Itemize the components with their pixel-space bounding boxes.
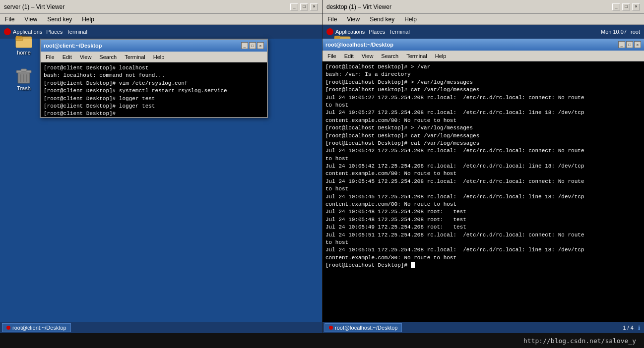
right-menu-file[interactable]: File bbox=[324, 15, 340, 24]
left-taskbar-label: root@client:~/Desktop bbox=[12, 325, 66, 331]
right-menu-sendkey[interactable]: Send key bbox=[367, 15, 397, 24]
right-term-menu-file[interactable]: File bbox=[324, 52, 339, 60]
home-icon-label: home bbox=[17, 50, 31, 56]
right-terminal-title-buttons: _ □ × bbox=[618, 41, 641, 48]
right-menu-view[interactable]: View bbox=[344, 15, 363, 24]
right-maximize-button[interactable]: □ bbox=[622, 3, 630, 10]
watermark-bar: http://blog.csdn.net/salove_y bbox=[0, 333, 644, 348]
left-title-text: server (1) – Virt Viewer bbox=[4, 3, 64, 10]
right-taskbar-item[interactable]: root@localhost:~/Desktop bbox=[324, 323, 402, 332]
right-taskbar-label: root@localhost:~/Desktop bbox=[335, 325, 397, 331]
right-virt-menu: File View Send key Help bbox=[322, 14, 644, 25]
right-close-button[interactable]: × bbox=[632, 3, 640, 10]
svg-marker-4 bbox=[18, 34, 30, 37]
left-top-panel: Applications Places Terminal bbox=[0, 25, 322, 39]
right-terminal-minimize[interactable]: _ bbox=[618, 41, 625, 48]
terminal-close[interactable]: × bbox=[257, 42, 264, 49]
right-title-buttons: _ □ × bbox=[612, 3, 640, 10]
term-menu-search[interactable]: Search bbox=[96, 53, 120, 61]
svg-rect-7 bbox=[21, 69, 27, 71]
left-terminal-title: root@client:~/Desktop bbox=[44, 43, 102, 49]
term-menu-terminal[interactable]: Terminal bbox=[122, 53, 148, 61]
left-terminal-menubar: File Edit View Search Terminal Help bbox=[41, 52, 267, 62]
left-desktop: Applications Places Terminal bbox=[0, 25, 322, 333]
maximize-button[interactable]: □ bbox=[300, 3, 308, 10]
left-virt-menu: File View Send key Help bbox=[0, 14, 322, 25]
left-virt-viewer: server (1) – Virt Viewer _ □ × File View… bbox=[0, 0, 322, 333]
trash-icon[interactable]: Trash bbox=[8, 65, 40, 91]
right-desktop: Applications Places Terminal Mon 10:07 r… bbox=[322, 25, 644, 333]
left-taskbar: root@client:~/Desktop bbox=[0, 322, 322, 333]
left-menu-file[interactable]: File bbox=[2, 15, 17, 24]
right-term-menu-view[interactable]: View bbox=[359, 52, 377, 60]
right-terminal-area: root@localhost:~/Desktop _ □ × File Edit… bbox=[322, 39, 644, 322]
term-menu-view[interactable]: View bbox=[77, 53, 95, 61]
terminal-maximize[interactable]: □ bbox=[249, 42, 256, 49]
right-taskbar-info-icon: ℹ bbox=[638, 325, 640, 331]
right-menu-help[interactable]: Help bbox=[401, 15, 420, 24]
right-panel-user: root bbox=[631, 29, 640, 35]
left-menu-view[interactable]: View bbox=[21, 15, 40, 24]
right-terminal-maximize[interactable]: □ bbox=[626, 41, 633, 48]
right-taskbar-indicator bbox=[329, 326, 333, 330]
left-panel-places[interactable]: Places bbox=[46, 29, 63, 35]
left-terminal-content[interactable]: [root@client Desktop]# localhost bash: l… bbox=[41, 62, 267, 117]
left-menu-help[interactable]: Help bbox=[79, 15, 97, 24]
right-minimize-button[interactable]: _ bbox=[612, 3, 620, 10]
term-menu-file[interactable]: File bbox=[43, 53, 58, 61]
trash-svg bbox=[14, 65, 34, 85]
right-virt-viewer: desktop (1) – Virt Viewer _ □ × File Vie… bbox=[322, 0, 644, 333]
right-terminal-content[interactable]: [root@localhost Desktop]# > /var bash: /… bbox=[322, 61, 644, 322]
home-folder-svg bbox=[14, 30, 34, 50]
right-panel-places[interactable]: Places bbox=[369, 29, 385, 35]
left-terminal-titlebar: root@client:~/Desktop _ □ × bbox=[41, 40, 267, 52]
left-desktop-icons: home Trash bbox=[8, 30, 40, 91]
right-term-menu-terminal[interactable]: Terminal bbox=[403, 52, 430, 60]
left-taskbar-item[interactable]: root@client:~/Desktop bbox=[2, 323, 71, 332]
right-terminal-close[interactable]: × bbox=[634, 41, 641, 48]
left-menu-sendkey[interactable]: Send key bbox=[44, 15, 75, 24]
watermark-text: http://blog.csdn.net/salove_y bbox=[523, 337, 636, 345]
left-terminal-window: root@client:~/Desktop _ □ × File Edit Vi… bbox=[40, 39, 268, 118]
right-terminal-titlebar: root@localhost:~/Desktop _ □ × bbox=[322, 39, 644, 51]
term-menu-help[interactable]: Help bbox=[150, 53, 168, 61]
right-term-menu-edit[interactable]: Edit bbox=[341, 52, 357, 60]
term-menu-edit[interactable]: Edit bbox=[60, 53, 75, 61]
right-taskbar-page: 1 / 4 ℹ bbox=[623, 325, 642, 331]
home-icon[interactable]: home bbox=[8, 30, 40, 56]
right-panel-clock: Mon 10:07 bbox=[601, 29, 627, 35]
right-terminal-title: root@localhost:~/Desktop bbox=[325, 42, 393, 48]
left-title-buttons: _ □ × bbox=[290, 3, 318, 10]
right-term-menu-help[interactable]: Help bbox=[432, 52, 450, 60]
right-title-text: desktop (1) – Virt Viewer bbox=[326, 3, 391, 10]
right-title-bar: desktop (1) – Virt Viewer _ □ × bbox=[322, 0, 644, 14]
left-title-bar: server (1) – Virt Viewer _ □ × bbox=[0, 0, 322, 14]
trash-icon-label: Trash bbox=[17, 85, 31, 91]
right-top-panel: Applications Places Terminal Mon 10:07 r… bbox=[322, 25, 644, 39]
left-taskbar-indicator bbox=[6, 326, 10, 330]
terminal-cursor bbox=[411, 262, 415, 268]
left-panel-terminal[interactable]: Terminal bbox=[66, 29, 87, 35]
left-terminal-title-buttons: _ □ × bbox=[241, 42, 264, 49]
minimize-button[interactable]: _ bbox=[290, 3, 298, 10]
right-panel-right: Mon 10:07 root bbox=[601, 29, 640, 35]
right-taskbar: root@localhost:~/Desktop 1 / 4 ℹ bbox=[322, 322, 644, 333]
right-terminal-menubar: File Edit View Search Terminal Help bbox=[322, 51, 644, 61]
close-button[interactable]: × bbox=[310, 3, 318, 10]
right-term-menu-search[interactable]: Search bbox=[378, 52, 401, 60]
terminal-minimize[interactable]: _ bbox=[241, 42, 248, 49]
right-panel-terminal[interactable]: Terminal bbox=[389, 29, 410, 35]
